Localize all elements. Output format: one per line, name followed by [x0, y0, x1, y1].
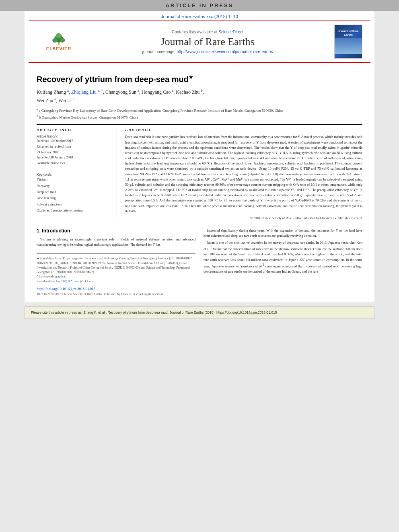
footnote-section: ★ Foundation Items: Project supported by… [37, 253, 195, 283]
keywords-label: Keywords: [37, 173, 111, 177]
keyword-2: Recovery [37, 183, 111, 189]
citation-bar: Please cite this article in press as: Zh… [25, 306, 374, 319]
intro-left-col: 1. Introduction Yttrium is playing an in… [37, 228, 195, 298]
sciencedirect-prefix: Contents lists available at [172, 30, 218, 34]
divider [37, 169, 111, 169]
corresponding-author: Zhiqiang Liu a, * [71, 89, 103, 95]
abstract-section: ABSTRACT Deep-sea mud rich in rare earth… [125, 128, 362, 220]
abstract-text: Deep-sea mud rich in rare earth yttrium … [125, 134, 362, 214]
email-line: E-mail address: lzqd168@126.com (Z.Q. Li… [37, 279, 195, 283]
accepted-date: Accepted 30 January 2018 [37, 155, 111, 160]
intro-right-col: increased significantly during these yea… [204, 228, 362, 298]
elsevier-logo: ELSEVIER [37, 31, 81, 53]
intro-left-text: Yttrium is playing an increasingly impor… [37, 237, 195, 247]
keyword-4: Acid leaching [37, 195, 111, 201]
article-in-press-banner: ARTICLE IN PRESS [0, 0, 399, 11]
history-label: Article history: [37, 134, 111, 138]
revised-date: Received in revised form29 January 2018 [37, 144, 111, 155]
affiliation-b-text: b Guangzhou Marine Geological Survey, Gu… [39, 115, 138, 119]
keyword-1: Yttrium [37, 177, 111, 183]
homepage-line: journal homepage: http://www.journals.el… [85, 49, 330, 54]
copyright-line: 1002-0721/© 2018 Chinese Society of Rare… [37, 292, 195, 296]
svg-point-2 [52, 38, 58, 43]
journal-cover-image: Journal of Rare Earths [334, 25, 362, 59]
cover-visual [335, 38, 362, 54]
homepage-link[interactable]: http://www.journals.elsevier.com/journal… [177, 49, 273, 54]
journal-reference: Journal of Rare Earths xxx (2018) 1–10 [25, 11, 374, 21]
doi-link[interactable]: https://doi.org/10.1016/j.jre.2018.01.01… [37, 287, 95, 291]
title-star: ★ [189, 74, 193, 80]
publisher-logo-area: ELSEVIER [33, 31, 85, 53]
article-info: ARTICLE INFO Article history: Received 1… [37, 128, 117, 220]
homepage-prefix: journal homepage: [142, 49, 177, 54]
journal-header: ELSEVIER Contents lists available at Sci… [29, 21, 370, 63]
journal-cover-area: Journal of Rare Earths [330, 25, 366, 59]
received-date: Received 10 October 2017 [37, 138, 111, 144]
keywords-section: Keywords: Yttrium Recovery Deep-sea mud … [37, 173, 111, 214]
article-content: Recovery of yttrium from deep-sea mud★ K… [25, 63, 374, 302]
email-suffix: (Z.Q. Liu). [80, 279, 93, 283]
affiliation-a: a a Guangdong Province Key Laboratory of… [37, 107, 362, 114]
svg-point-3 [60, 38, 65, 43]
doi-line[interactable]: https://doi.org/10.1016/j.jre.2018.01.01… [37, 287, 195, 291]
journal-header-center: Contents lists available at ScienceDirec… [85, 30, 330, 54]
elsevier-tree-icon [47, 32, 71, 46]
intro-right-text: increased significantly during these yea… [204, 228, 362, 274]
abstract-heading: ABSTRACT [125, 128, 362, 132]
authors-line: Kuifang Zhang a, Zhiqiang Liu a, *, Chan… [37, 88, 362, 105]
foundation-footnote: ★ Foundation Items: Project supported by… [37, 256, 195, 274]
corresponding-author-note: * Corresponding author. [37, 274, 195, 279]
abstract-copyright: © 2018 Chinese Society of Rare Earths. P… [125, 216, 362, 220]
email-label: E-mail address: [37, 279, 56, 283]
article-title: Recovery of yttrium from deep-sea mud★ [37, 74, 362, 84]
sciencedirect-line: Contents lists available at ScienceDirec… [85, 30, 330, 34]
intro-paragraph-right-1: increased significantly during these yea… [204, 228, 362, 238]
affiliation-a-text: a Guangdong Province Key Laboratory of R… [39, 109, 284, 113]
affiliations: a a Guangdong Province Key Laboratory of… [37, 107, 362, 120]
article-info-heading: ARTICLE INFO [37, 128, 111, 132]
intro-paragraph-left: Yttrium is playing an increasingly impor… [37, 237, 195, 247]
introduction-section: 1. Introduction Yttrium is playing an in… [37, 228, 362, 298]
keyword-5: Solvent extraction [37, 201, 111, 207]
journal-title-large: Journal of Rare Earths [85, 36, 330, 48]
keyword-3: Deep-sea mud [37, 189, 111, 195]
sciencedirect-link[interactable]: ScienceDirect [218, 30, 243, 34]
info-abstract-section: ARTICLE INFO Article history: Received 1… [37, 124, 362, 220]
intro-title: 1. Introduction [37, 228, 195, 234]
intro-paragraph-right-2: Japan is one of the most active countrie… [204, 240, 362, 274]
section-number: 1. [37, 228, 41, 234]
affiliation-b: b b Guangzhou Marine Geological Survey, … [37, 114, 362, 121]
keywords-list: Yttrium Recovery Deep-sea mud Acid leach… [37, 177, 111, 214]
svg-point-4 [56, 33, 62, 39]
online-date: Available online xxx [37, 160, 111, 166]
cover-title: Journal of Rare Earths [335, 29, 362, 37]
article-dates: Received 10 October 2017 Received in rev… [37, 138, 111, 166]
elsevier-text: ELSEVIER [46, 46, 71, 51]
email-link[interactable]: lzqd168@126.com [56, 279, 79, 283]
section-title: Introduction [42, 228, 70, 234]
keyword-6: Oxalic acid precipitation-roasting [37, 207, 111, 214]
article-title-text: Recovery of yttrium from deep-sea mud [37, 75, 189, 84]
